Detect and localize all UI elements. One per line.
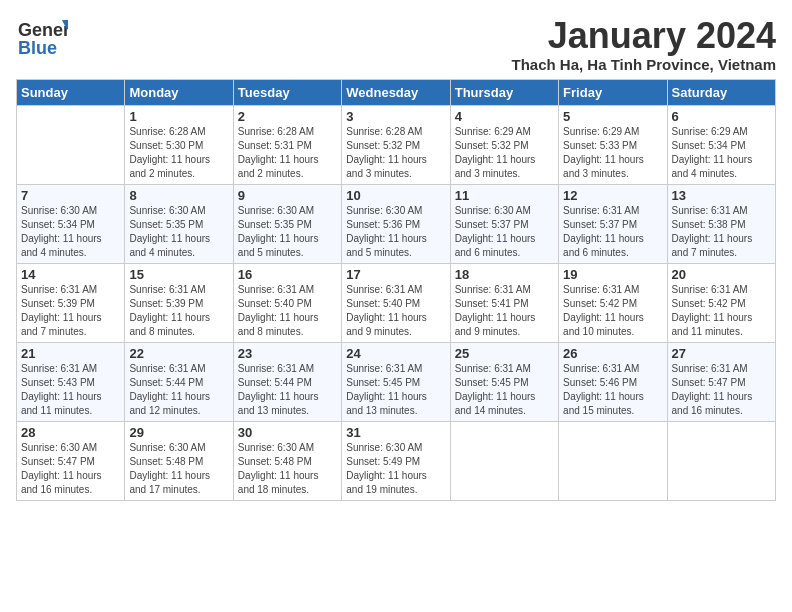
calendar-week-5: 28Sunrise: 6:30 AM Sunset: 5:47 PM Dayli…	[17, 421, 776, 500]
calendar-cell: 24Sunrise: 6:31 AM Sunset: 5:45 PM Dayli…	[342, 342, 450, 421]
day-info: Sunrise: 6:29 AM Sunset: 5:33 PM Dayligh…	[563, 125, 662, 181]
day-number: 29	[129, 425, 228, 440]
day-info: Sunrise: 6:30 AM Sunset: 5:34 PM Dayligh…	[21, 204, 120, 260]
day-info: Sunrise: 6:31 AM Sunset: 5:42 PM Dayligh…	[672, 283, 771, 339]
calendar-week-3: 14Sunrise: 6:31 AM Sunset: 5:39 PM Dayli…	[17, 263, 776, 342]
day-number: 10	[346, 188, 445, 203]
calendar-cell: 31Sunrise: 6:30 AM Sunset: 5:49 PM Dayli…	[342, 421, 450, 500]
svg-text:Blue: Blue	[18, 38, 57, 58]
calendar-cell: 28Sunrise: 6:30 AM Sunset: 5:47 PM Dayli…	[17, 421, 125, 500]
day-number: 23	[238, 346, 337, 361]
day-info: Sunrise: 6:29 AM Sunset: 5:32 PM Dayligh…	[455, 125, 554, 181]
calendar-cell: 11Sunrise: 6:30 AM Sunset: 5:37 PM Dayli…	[450, 184, 558, 263]
calendar-header-row: SundayMondayTuesdayWednesdayThursdayFrid…	[17, 79, 776, 105]
calendar-cell: 3Sunrise: 6:28 AM Sunset: 5:32 PM Daylig…	[342, 105, 450, 184]
calendar-cell: 27Sunrise: 6:31 AM Sunset: 5:47 PM Dayli…	[667, 342, 775, 421]
weekday-header-wednesday: Wednesday	[342, 79, 450, 105]
calendar-cell: 23Sunrise: 6:31 AM Sunset: 5:44 PM Dayli…	[233, 342, 341, 421]
day-info: Sunrise: 6:30 AM Sunset: 5:36 PM Dayligh…	[346, 204, 445, 260]
calendar-cell: 29Sunrise: 6:30 AM Sunset: 5:48 PM Dayli…	[125, 421, 233, 500]
day-number: 22	[129, 346, 228, 361]
day-info: Sunrise: 6:30 AM Sunset: 5:49 PM Dayligh…	[346, 441, 445, 497]
page-header: General Blue January 2024 Thach Ha, Ha T…	[16, 16, 776, 73]
weekday-header-monday: Monday	[125, 79, 233, 105]
day-number: 17	[346, 267, 445, 282]
calendar-cell: 25Sunrise: 6:31 AM Sunset: 5:45 PM Dayli…	[450, 342, 558, 421]
day-info: Sunrise: 6:31 AM Sunset: 5:47 PM Dayligh…	[672, 362, 771, 418]
title-block: January 2024 Thach Ha, Ha Tinh Province,…	[511, 16, 776, 73]
calendar-week-1: 1Sunrise: 6:28 AM Sunset: 5:30 PM Daylig…	[17, 105, 776, 184]
day-info: Sunrise: 6:28 AM Sunset: 5:32 PM Dayligh…	[346, 125, 445, 181]
day-info: Sunrise: 6:28 AM Sunset: 5:31 PM Dayligh…	[238, 125, 337, 181]
day-info: Sunrise: 6:30 AM Sunset: 5:37 PM Dayligh…	[455, 204, 554, 260]
calendar-cell: 12Sunrise: 6:31 AM Sunset: 5:37 PM Dayli…	[559, 184, 667, 263]
calendar-cell: 15Sunrise: 6:31 AM Sunset: 5:39 PM Dayli…	[125, 263, 233, 342]
logo-icon: General Blue	[16, 16, 68, 60]
calendar-cell: 10Sunrise: 6:30 AM Sunset: 5:36 PM Dayli…	[342, 184, 450, 263]
day-info: Sunrise: 6:30 AM Sunset: 5:35 PM Dayligh…	[129, 204, 228, 260]
day-info: Sunrise: 6:30 AM Sunset: 5:48 PM Dayligh…	[129, 441, 228, 497]
calendar-cell: 1Sunrise: 6:28 AM Sunset: 5:30 PM Daylig…	[125, 105, 233, 184]
day-info: Sunrise: 6:30 AM Sunset: 5:35 PM Dayligh…	[238, 204, 337, 260]
calendar-cell: 7Sunrise: 6:30 AM Sunset: 5:34 PM Daylig…	[17, 184, 125, 263]
calendar-cell: 6Sunrise: 6:29 AM Sunset: 5:34 PM Daylig…	[667, 105, 775, 184]
calendar-cell: 21Sunrise: 6:31 AM Sunset: 5:43 PM Dayli…	[17, 342, 125, 421]
calendar-cell: 19Sunrise: 6:31 AM Sunset: 5:42 PM Dayli…	[559, 263, 667, 342]
logo: General Blue	[16, 16, 68, 60]
day-number: 12	[563, 188, 662, 203]
day-number: 25	[455, 346, 554, 361]
calendar-cell: 18Sunrise: 6:31 AM Sunset: 5:41 PM Dayli…	[450, 263, 558, 342]
svg-text:General: General	[18, 20, 68, 40]
day-number: 3	[346, 109, 445, 124]
day-info: Sunrise: 6:30 AM Sunset: 5:48 PM Dayligh…	[238, 441, 337, 497]
calendar-cell: 2Sunrise: 6:28 AM Sunset: 5:31 PM Daylig…	[233, 105, 341, 184]
calendar-cell: 26Sunrise: 6:31 AM Sunset: 5:46 PM Dayli…	[559, 342, 667, 421]
day-number: 2	[238, 109, 337, 124]
day-info: Sunrise: 6:31 AM Sunset: 5:38 PM Dayligh…	[672, 204, 771, 260]
day-number: 31	[346, 425, 445, 440]
day-info: Sunrise: 6:31 AM Sunset: 5:37 PM Dayligh…	[563, 204, 662, 260]
day-info: Sunrise: 6:31 AM Sunset: 5:44 PM Dayligh…	[129, 362, 228, 418]
calendar-cell: 20Sunrise: 6:31 AM Sunset: 5:42 PM Dayli…	[667, 263, 775, 342]
calendar-cell: 22Sunrise: 6:31 AM Sunset: 5:44 PM Dayli…	[125, 342, 233, 421]
calendar-cell: 30Sunrise: 6:30 AM Sunset: 5:48 PM Dayli…	[233, 421, 341, 500]
calendar-cell	[559, 421, 667, 500]
day-info: Sunrise: 6:31 AM Sunset: 5:41 PM Dayligh…	[455, 283, 554, 339]
calendar-cell	[450, 421, 558, 500]
calendar-cell: 9Sunrise: 6:30 AM Sunset: 5:35 PM Daylig…	[233, 184, 341, 263]
weekday-header-sunday: Sunday	[17, 79, 125, 105]
calendar-cell	[17, 105, 125, 184]
day-number: 30	[238, 425, 337, 440]
day-info: Sunrise: 6:28 AM Sunset: 5:30 PM Dayligh…	[129, 125, 228, 181]
day-number: 14	[21, 267, 120, 282]
day-number: 27	[672, 346, 771, 361]
day-info: Sunrise: 6:31 AM Sunset: 5:45 PM Dayligh…	[455, 362, 554, 418]
weekday-header-friday: Friday	[559, 79, 667, 105]
calendar-cell: 4Sunrise: 6:29 AM Sunset: 5:32 PM Daylig…	[450, 105, 558, 184]
calendar-cell: 17Sunrise: 6:31 AM Sunset: 5:40 PM Dayli…	[342, 263, 450, 342]
day-number: 16	[238, 267, 337, 282]
day-number: 11	[455, 188, 554, 203]
calendar-week-4: 21Sunrise: 6:31 AM Sunset: 5:43 PM Dayli…	[17, 342, 776, 421]
calendar-cell: 5Sunrise: 6:29 AM Sunset: 5:33 PM Daylig…	[559, 105, 667, 184]
calendar-cell: 8Sunrise: 6:30 AM Sunset: 5:35 PM Daylig…	[125, 184, 233, 263]
day-number: 26	[563, 346, 662, 361]
day-info: Sunrise: 6:31 AM Sunset: 5:39 PM Dayligh…	[21, 283, 120, 339]
day-number: 21	[21, 346, 120, 361]
day-number: 20	[672, 267, 771, 282]
weekday-header-tuesday: Tuesday	[233, 79, 341, 105]
calendar-cell: 16Sunrise: 6:31 AM Sunset: 5:40 PM Dayli…	[233, 263, 341, 342]
calendar-cell	[667, 421, 775, 500]
day-number: 19	[563, 267, 662, 282]
day-info: Sunrise: 6:31 AM Sunset: 5:46 PM Dayligh…	[563, 362, 662, 418]
day-number: 1	[129, 109, 228, 124]
weekday-header-saturday: Saturday	[667, 79, 775, 105]
day-number: 18	[455, 267, 554, 282]
calendar-table: SundayMondayTuesdayWednesdayThursdayFrid…	[16, 79, 776, 501]
day-number: 6	[672, 109, 771, 124]
day-number: 15	[129, 267, 228, 282]
day-number: 7	[21, 188, 120, 203]
day-info: Sunrise: 6:31 AM Sunset: 5:43 PM Dayligh…	[21, 362, 120, 418]
day-number: 28	[21, 425, 120, 440]
day-number: 8	[129, 188, 228, 203]
